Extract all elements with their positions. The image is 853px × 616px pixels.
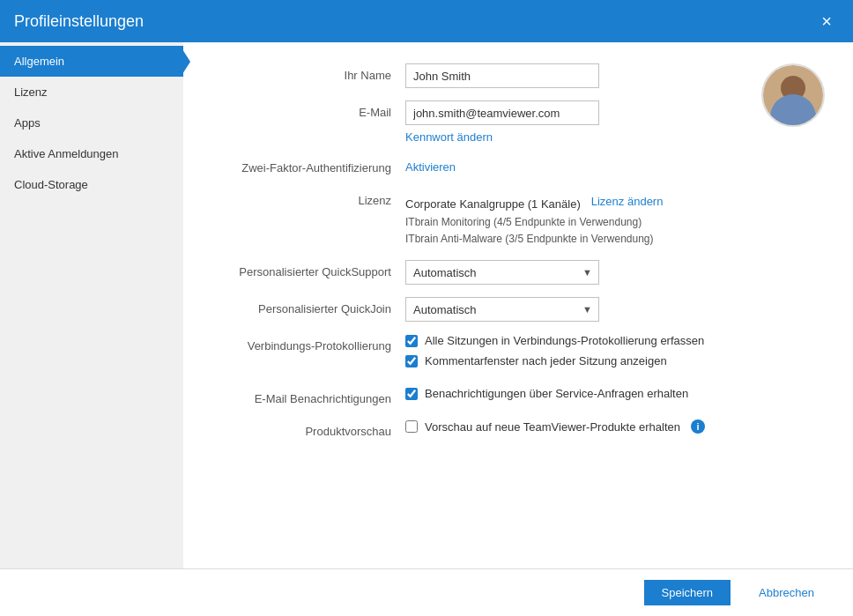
check1-label: Alle Sitzungen in Verbindungs-Protokolli… <box>425 334 704 347</box>
quickjoin-select[interactable]: Automatisch Option 1 Option 2 <box>405 297 599 322</box>
avatar-image <box>763 65 823 125</box>
check1-row: Alle Sitzungen in Verbindungs-Protokolli… <box>405 334 704 347</box>
check3-checkbox[interactable] <box>405 388 418 400</box>
quickjoin-row: Personalisierter QuickJoin Automatisch O… <box>211 297 825 322</box>
license-row: Lizenz Corporate Kanalgruppe (1 Kanäle) … <box>211 189 825 248</box>
check3-row: Benachrichtigungen über Service-Anfragen… <box>405 387 688 400</box>
email-input[interactable] <box>405 100 599 125</box>
change-password-link[interactable]: Kennwort ändern <box>405 130 493 144</box>
dialog-footer: Speichern Abbrechen <box>0 568 853 616</box>
profile-settings-dialog: Profileinstellungen × Allgemein Lizenz A… <box>0 0 853 616</box>
sidebar-item-apps[interactable]: Apps <box>0 108 183 138</box>
itbrain-info: ITbrain Monitoring (4/5 Endpunkte in Ver… <box>405 214 654 248</box>
dialog-header: Profileinstellungen × <box>0 0 853 42</box>
quicksupport-select[interactable]: Automatisch Option 1 Option 2 <box>405 260 599 285</box>
name-row: Ihr Name <box>211 63 825 88</box>
name-label: Ihr Name <box>211 63 405 84</box>
two-factor-row: Zwei-Faktor-Authentifizierung Aktivieren <box>211 156 825 176</box>
name-input[interactable] <box>405 63 599 88</box>
itbrain-line2: ITbrain Anti-Malware (3/5 Endpunkte in V… <box>405 231 654 248</box>
sidebar-item-cloud-storage[interactable]: Cloud-Storage <box>0 169 183 200</box>
quicksupport-control: Automatisch Option 1 Option 2 ▼ <box>405 260 825 285</box>
avatar <box>761 63 825 127</box>
check2-label: Kommentarfenster nach jeder Sitzung anze… <box>425 354 667 367</box>
check4-checkbox[interactable] <box>405 420 418 433</box>
close-button[interactable]: × <box>814 9 839 33</box>
verbindung-control: Alle Sitzungen in Verbindungs-Protokolli… <box>405 334 825 375</box>
itbrain-line1: ITbrain Monitoring (4/5 Endpunkte in Ver… <box>405 214 654 231</box>
verbindung-label: Verbindungs-Protokollierung <box>211 334 405 354</box>
quicksupport-row: Personalisierter QuickSupport Automatisc… <box>211 260 825 285</box>
dialog-title: Profileinstellungen <box>14 12 144 31</box>
quickjoin-select-wrap: Automatisch Option 1 Option 2 ▼ <box>405 297 599 322</box>
activate-link[interactable]: Aktivieren <box>405 160 456 174</box>
email-label: E-Mail <box>211 100 405 121</box>
sidebar: Allgemein Lizenz Apps Aktive Anmeldungen… <box>0 42 183 568</box>
email-notif-control: Benachrichtigungen über Service-Anfragen… <box>405 387 825 407</box>
save-button[interactable]: Speichern <box>644 580 731 605</box>
check4-label: Vorschau auf neue TeamViewer-Produkte er… <box>425 420 680 434</box>
dialog-body: Allgemein Lizenz Apps Aktive Anmeldungen… <box>0 42 853 568</box>
main-content: Ihr Name E-Mail Kennwort ändern Zwei-Fak… <box>183 42 853 568</box>
sidebar-item-allgemein[interactable]: Allgemein <box>0 46 183 77</box>
email-notif-label: E-Mail Benachrichtigungen <box>211 387 405 407</box>
quicksupport-label: Personalisierter QuickSupport <box>211 260 405 280</box>
check2-row: Kommentarfenster nach jeder Sitzung anze… <box>405 354 667 367</box>
check2-checkbox[interactable] <box>405 355 418 367</box>
verbindung-row: Verbindungs-Protokollierung Alle Sitzung… <box>211 334 825 375</box>
check1-checkbox[interactable] <box>405 335 418 347</box>
quicksupport-select-wrap: Automatisch Option 1 Option 2 ▼ <box>405 260 599 285</box>
license-text: Corporate Kanalgruppe (1 Kanäle) <box>405 193 581 211</box>
license-change-link[interactable]: Lizenz ändern <box>591 195 664 208</box>
email-notif-row: E-Mail Benachrichtigungen Benachrichtigu… <box>211 387 825 407</box>
form-section: Ihr Name E-Mail Kennwort ändern Zwei-Fak… <box>211 63 825 453</box>
info-icon[interactable]: i <box>691 419 705 434</box>
two-factor-control: Aktivieren <box>405 156 825 174</box>
produktvorschau-label: Produktvorschau <box>211 419 405 440</box>
check3-label: Benachrichtigungen über Service-Anfragen… <box>425 387 688 400</box>
sidebar-item-aktive-anmeldungen[interactable]: Aktive Anmeldungen <box>0 138 183 169</box>
license-control: Corporate Kanalgruppe (1 Kanäle) Lizenz … <box>405 189 825 248</box>
quickjoin-control: Automatisch Option 1 Option 2 ▼ <box>405 297 825 322</box>
check4-row: Vorschau auf neue TeamViewer-Produkte er… <box>405 419 705 434</box>
name-control <box>405 63 825 88</box>
email-control: Kennwort ändern <box>405 100 825 144</box>
email-row: E-Mail Kennwort ändern <box>211 100 825 144</box>
sidebar-item-lizenz[interactable]: Lizenz <box>0 77 183 108</box>
two-factor-label: Zwei-Faktor-Authentifizierung <box>211 156 405 176</box>
produktvorschau-control: Vorschau auf neue TeamViewer-Produkte er… <box>405 419 825 441</box>
quickjoin-label: Personalisierter QuickJoin <box>211 297 405 317</box>
cancel-button[interactable]: Abbrechen <box>741 580 832 605</box>
produktvorschau-row: Produktvorschau Vorschau auf neue TeamVi… <box>211 419 825 441</box>
license-label: Lizenz <box>211 189 405 209</box>
